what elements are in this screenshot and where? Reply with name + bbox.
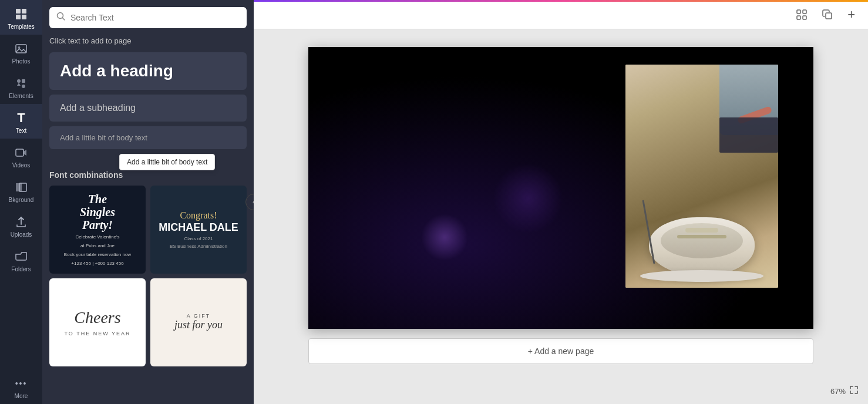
card-2-title: MICHAEL DALE — [159, 222, 238, 234]
add-page-label: + Add a new page — [528, 346, 594, 356]
font-combos-grid: TheSinglesParty! Celebrate Valentine's a… — [49, 186, 247, 366]
uploads-icon — [14, 215, 28, 229]
card-1-title: TheSinglesParty! — [64, 193, 131, 231]
sidebar-item-text[interactable]: T Text — [0, 104, 42, 139]
card-3-title: Cheers — [64, 308, 130, 327]
sidebar-item-uploads[interactable]: Uploads — [0, 208, 42, 243]
sidebar-item-folders[interactable]: Folders — [0, 243, 42, 277]
text-panel: Click text to add to page Add a heading … — [42, 0, 254, 404]
sidebar-item-photos[interactable]: Photos — [0, 35, 42, 69]
svg-rect-14 — [803, 10, 806, 14]
svg-rect-7 — [22, 79, 25, 83]
sidebar-item-more[interactable]: ••• More — [0, 369, 42, 404]
zoom-bar: 67% — [830, 385, 859, 397]
search-input[interactable] — [70, 13, 240, 22]
book-shape — [719, 117, 778, 153]
body-text-wrap: Add a little bit of body text Add a litt… — [49, 126, 247, 149]
sidebar: Templates Photos Elements T Text — [0, 0, 42, 404]
font-card-singles-party[interactable]: TheSinglesParty! Celebrate Valentine's a… — [49, 186, 146, 274]
card-1-subtitle1: Celebrate Valentine's — [64, 234, 131, 240]
font-card-cheers[interactable]: Cheers TO THE NEW YEAR — [49, 278, 146, 366]
svg-rect-0 — [16, 9, 21, 14]
folders-icon — [14, 250, 28, 264]
templates-icon — [14, 7, 28, 21]
text-icon: T — [14, 111, 28, 125]
card-1-subtitle2: at Pubs and Joe — [64, 243, 131, 249]
videos-icon — [14, 146, 28, 160]
card-3-subtitle: TO THE NEW YEAR — [64, 331, 130, 336]
main-canvas-area: + — [254, 0, 868, 404]
sidebar-item-templates[interactable]: Templates — [0, 0, 42, 35]
elements-icon — [14, 76, 28, 90]
search-icon — [56, 12, 66, 23]
top-gradient-bar — [254, 0, 868, 2]
card-4-top: A GIFT — [174, 313, 223, 319]
photos-icon — [14, 42, 28, 56]
font-combos-label: Font combinations — [49, 170, 247, 180]
zoom-expand-button[interactable] — [849, 385, 859, 397]
svg-rect-1 — [22, 9, 26, 14]
card-2-subtitle2: BS Business Administration — [159, 244, 238, 249]
sidebar-item-elements-label: Elements — [9, 93, 33, 99]
sidebar-item-uploads-label: Uploads — [11, 231, 32, 238]
font-card-michael-dale[interactable]: Congrats! MICHAEL DALE Class of 2021 BS … — [150, 186, 247, 274]
sidebar-item-elements[interactable]: Elements — [0, 69, 42, 104]
search-input-wrap — [49, 7, 247, 28]
sidebar-item-videos[interactable]: Videos — [0, 139, 42, 173]
card-4-title: just for you — [174, 319, 223, 332]
panel-content: Click text to add to page Add a heading … — [42, 34, 254, 404]
sidebar-item-folders-label: Folders — [11, 266, 31, 272]
svg-rect-8 — [22, 85, 25, 88]
background-icon — [14, 180, 28, 194]
add-body-button[interactable]: Add a little bit of body text — [49, 126, 247, 149]
body-text-tooltip: Add a little bit of body text — [119, 154, 215, 170]
svg-rect-15 — [797, 16, 800, 19]
font-card-gift[interactable]: A GIFT just for you — [150, 278, 247, 366]
add-subheading-button[interactable]: Add a subheading — [49, 95, 247, 122]
add-heading-button[interactable]: Add a heading — [49, 52, 247, 90]
search-bar — [42, 0, 254, 34]
canvas-food-image — [625, 65, 778, 288]
bowl-content — [661, 223, 743, 258]
sidebar-item-more-label: More — [15, 393, 28, 399]
svg-rect-4 — [16, 45, 26, 53]
add-page-bar[interactable]: + Add a new page — [308, 338, 813, 364]
svg-rect-17 — [826, 13, 832, 19]
svg-rect-16 — [803, 16, 806, 19]
sidebar-item-photos-label: Photos — [12, 58, 30, 65]
svg-point-6 — [17, 79, 21, 83]
copy-icon-button[interactable] — [818, 5, 837, 24]
card-2-subtitle1: Class of 2021 — [159, 236, 238, 241]
card-2-script: Congrats! — [159, 210, 238, 221]
sidebar-item-text-label: Text — [16, 127, 26, 134]
sidebar-item-background-label: Bkground — [9, 197, 34, 203]
bowl-shape — [649, 217, 755, 276]
add-page-icon-button[interactable]: + — [844, 4, 859, 26]
svg-point-5 — [18, 46, 21, 49]
svg-rect-10 — [16, 183, 22, 191]
canvas-page — [308, 47, 813, 329]
card-1-subtitle3: Book your table reservation now — [64, 251, 131, 258]
svg-rect-3 — [22, 15, 26, 19]
canvas-scroll[interactable]: + Add a new page — [254, 29, 868, 404]
sidebar-item-videos-label: Videos — [12, 162, 30, 169]
svg-rect-2 — [16, 15, 21, 19]
sidebar-item-background[interactable]: Bkground — [0, 173, 42, 208]
sidebar-item-templates-label: Templates — [8, 23, 35, 30]
frame-icon-button[interactable] — [792, 5, 811, 24]
svg-rect-13 — [797, 10, 800, 14]
canvas-page-inner — [308, 47, 813, 329]
canvas-food-image-inner — [625, 65, 778, 288]
svg-rect-9 — [16, 149, 23, 156]
more-icon: ••• — [14, 376, 28, 390]
plate-shape — [640, 270, 763, 282]
click-text-label: Click text to add to page — [49, 34, 247, 45]
canvas-toolbar: + — [254, 0, 868, 29]
card-1-subtitle4: +123 456 | +000 123 456 — [64, 260, 131, 267]
zoom-level: 67% — [830, 387, 846, 396]
